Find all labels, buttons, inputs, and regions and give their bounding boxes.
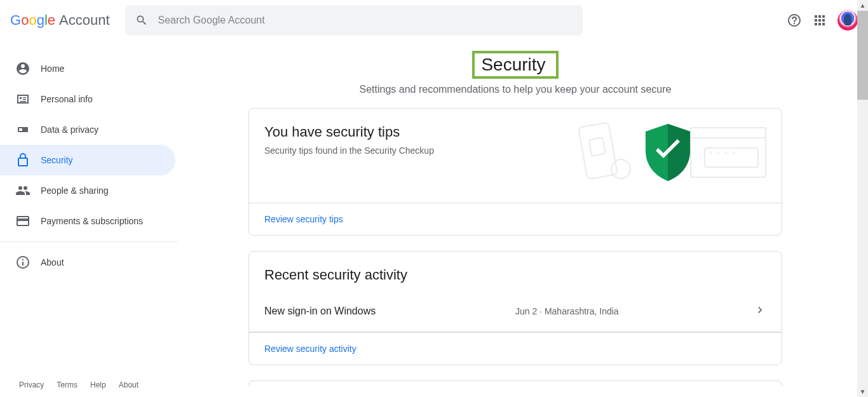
card-title: You have security tips: [264, 124, 434, 140]
activity-meta: Jun 2 · Maharashtra, India: [515, 306, 754, 316]
page-header: Security Settings and recommendations to…: [178, 41, 853, 108]
sidebar-item-people-sharing[interactable]: People & sharing: [0, 175, 175, 206]
footer-about[interactable]: About: [119, 380, 139, 389]
nav-label: Personal info: [41, 94, 93, 104]
next-card-peek: [248, 380, 782, 386]
page-title-highlight-box: Security: [472, 51, 558, 79]
sidebar-item-data-privacy[interactable]: Data & privacy: [0, 114, 175, 145]
footer-help[interactable]: Help: [90, 380, 106, 389]
main-content: Security Settings and recommendations to…: [178, 41, 853, 397]
personal-info-icon: [15, 91, 31, 107]
search-input[interactable]: [158, 15, 573, 26]
nav-label: Security: [41, 155, 73, 165]
app-header: Google Account: [0, 0, 868, 41]
sidebar-item-home[interactable]: Home: [0, 53, 175, 84]
google-account-logo[interactable]: Google Account: [10, 12, 110, 29]
footer-terms[interactable]: Terms: [57, 380, 78, 389]
nav-label: People & sharing: [41, 185, 109, 196]
nav-label: Home: [41, 64, 64, 74]
nav-divider: [0, 241, 178, 242]
search-box[interactable]: [125, 5, 583, 36]
footer-links: Privacy Terms Help About: [19, 380, 139, 389]
sidebar-item-personal-info[interactable]: Personal info: [0, 84, 175, 114]
chevron-right-icon: [754, 304, 766, 319]
security-tips-card: You have security tips Security tips fou…: [248, 108, 782, 236]
payments-icon: [15, 213, 31, 229]
sidebar-item-payments[interactable]: Payments & subscriptions: [0, 206, 175, 236]
people-icon: [15, 183, 31, 198]
page-subtitle: Settings and recommendations to help you…: [178, 84, 853, 95]
sidebar-item-about[interactable]: About: [0, 247, 175, 278]
activity-row[interactable]: New sign-in on Windows Jun 2 · Maharasht…: [249, 291, 782, 332]
sidebar-item-security[interactable]: Security: [0, 145, 175, 175]
bell-icon: [611, 159, 631, 179]
browser-window-icon: [690, 127, 766, 178]
search-icon: [135, 14, 148, 27]
help-icon: [787, 13, 802, 28]
page-title: Security: [481, 55, 545, 75]
nav-label: Data & privacy: [41, 124, 98, 135]
recent-activity-card: Recent security activity New sign-in on …: [248, 251, 782, 365]
scroll-down-arrow-icon[interactable]: ▼: [857, 386, 868, 397]
scroll-up-arrow-icon[interactable]: ▲: [857, 0, 868, 11]
scrollbar-thumb[interactable]: [857, 11, 868, 100]
footer-privacy[interactable]: Privacy: [19, 380, 44, 389]
logo-account-text: Account: [59, 12, 110, 29]
help-button[interactable]: [782, 8, 807, 33]
apps-grid-icon: [812, 13, 827, 28]
review-security-activity-link[interactable]: Review security activity: [264, 344, 356, 354]
review-security-tips-link[interactable]: Review security tips: [264, 214, 343, 224]
info-icon: [15, 255, 31, 270]
card-subtitle: Security tips found in the Security Chec…: [264, 145, 434, 156]
google-logo: Google: [10, 12, 55, 29]
security-illustration: [576, 124, 766, 187]
lock-icon: [15, 152, 31, 168]
avatar[interactable]: [837, 10, 858, 30]
scrollbar[interactable]: ▲ ▼: [857, 0, 868, 397]
data-privacy-icon: [15, 122, 31, 137]
card-title: Recent security activity: [249, 252, 782, 291]
nav-label: Payments & subscriptions: [41, 216, 143, 226]
shield-check-icon: [646, 124, 690, 181]
apps-button[interactable]: [807, 8, 832, 33]
nav-label: About: [41, 257, 64, 267]
sidebar-nav: Home Personal info Data & privacy Securi…: [0, 41, 178, 367]
home-icon: [15, 61, 31, 76]
activity-title: New sign-in on Windows: [264, 306, 515, 317]
